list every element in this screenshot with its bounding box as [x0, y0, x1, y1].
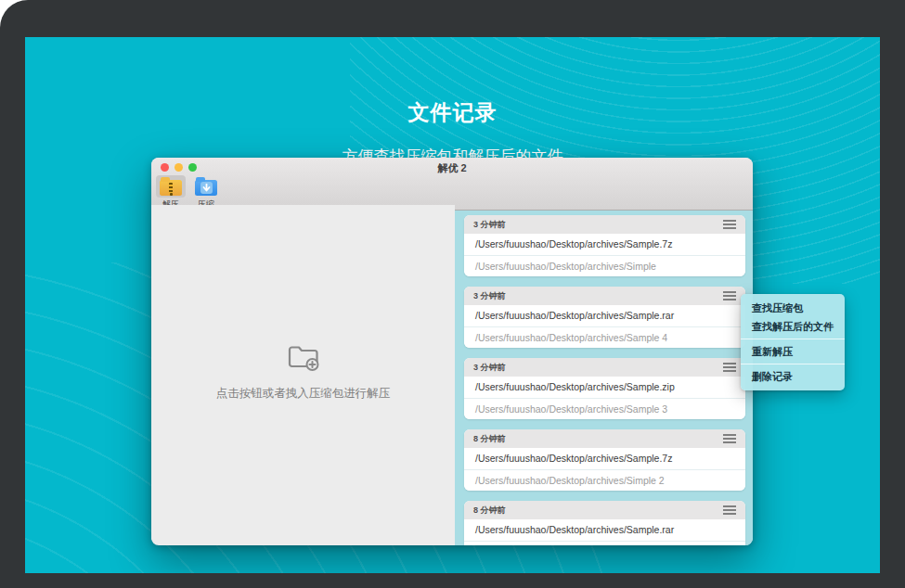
record-card: 8 分钟前 /Users/fuuushao/Desktop/archives/S…	[464, 429, 745, 491]
zipper-glyph	[169, 183, 173, 194]
window-body: 点击按钮或者拽入压缩包进行解压 3 分钟前 /Users/fuuushao/De…	[151, 211, 753, 545]
record-time: 3 分钟前	[473, 362, 506, 374]
window-title: 解优 2	[151, 161, 753, 175]
records-list: 3 分钟前 /Users/fuuushao/Desktop/archives/S…	[455, 211, 753, 545]
record-menu-icon[interactable]	[723, 291, 736, 300]
context-menu: 查找压缩包 查找解压后的文件 重新解压 删除记录	[741, 294, 845, 390]
record-output-path[interactable]: /Users/fuuushao/Desktop/archives/Simple	[464, 255, 745, 276]
app-window: 解优 2 解压	[151, 158, 753, 545]
record-time: 3 分钟前	[473, 290, 506, 302]
record-archive-path[interactable]: /Users/fuuushao/Desktop/archives/Sample.…	[464, 519, 745, 541]
record-output-path[interactable]: /Users/fuuushao/Desktop/archives/Sample …	[464, 541, 745, 545]
record-menu-icon[interactable]	[723, 363, 736, 372]
record-archive-path[interactable]: /Users/fuuushao/Desktop/archives/Sample.…	[464, 377, 745, 398]
record-time: 8 分钟前	[473, 505, 506, 517]
record-card-header: 8 分钟前	[464, 429, 745, 448]
record-card-header: 3 分钟前	[464, 358, 745, 377]
record-card: 8 分钟前 /Users/fuuushao/Desktop/archives/S…	[464, 501, 745, 545]
record-card: 3 分钟前 /Users/fuuushao/Desktop/archives/S…	[464, 358, 745, 419]
page-title: 文件记录	[25, 98, 880, 127]
record-output-path[interactable]: /Users/fuuushao/Desktop/archives/Simple …	[464, 469, 745, 491]
record-archive-path[interactable]: /Users/fuuushao/Desktop/archives/Sample.…	[464, 305, 745, 326]
record-card: 3 分钟前 /Users/fuuushao/Desktop/archives/S…	[464, 287, 745, 348]
add-folder-icon	[287, 343, 320, 371]
menu-separator	[741, 339, 845, 339]
record-archive-path[interactable]: /Users/fuuushao/Desktop/archives/Sample.…	[464, 448, 745, 469]
drop-zone[interactable]: 点击按钮或者拽入压缩包进行解压	[151, 205, 455, 540]
menu-item-find-extracted-files[interactable]: 查找解压后的文件	[741, 317, 845, 336]
record-menu-icon[interactable]	[723, 505, 736, 515]
drop-zone-hint: 点击按钮或者拽入压缩包进行解压	[216, 386, 391, 402]
download-folder-icon	[195, 180, 217, 196]
record-output-path[interactable]: /Users/fuuushao/Desktop/archives/Sample …	[464, 398, 745, 419]
record-card-header: 3 分钟前	[464, 215, 745, 234]
record-card-header: 3 分钟前	[464, 287, 745, 305]
menu-item-delete-record[interactable]: 删除记录	[741, 367, 845, 386]
down-arrow-icon	[200, 182, 213, 194]
record-time: 3 分钟前	[473, 219, 506, 231]
record-card-header: 8 分钟前	[464, 501, 745, 519]
window-titlebar: 解优 2 解压	[151, 158, 753, 211]
record-card: 3 分钟前 /Users/fuuushao/Desktop/archives/S…	[464, 215, 745, 276]
record-menu-icon[interactable]	[723, 220, 736, 229]
teal-stage: 文件记录 方便查找压缩包和解压后的文件 解优 2 解压	[25, 37, 880, 573]
menu-separator	[741, 364, 845, 364]
menu-item-re-extract[interactable]: 重新解压	[741, 342, 845, 361]
record-menu-icon[interactable]	[723, 434, 736, 443]
record-output-path[interactable]: /Users/fuuushao/Desktop/archives/Sample …	[464, 326, 745, 348]
presentation-frame: 文件记录 方便查找压缩包和解压后的文件 解优 2 解压	[0, 0, 905, 588]
zip-folder-icon	[160, 180, 182, 196]
menu-item-find-archive[interactable]: 查找压缩包	[741, 299, 845, 317]
record-time: 8 分钟前	[473, 433, 506, 445]
record-archive-path[interactable]: /Users/fuuushao/Desktop/archives/Sample.…	[464, 234, 745, 255]
